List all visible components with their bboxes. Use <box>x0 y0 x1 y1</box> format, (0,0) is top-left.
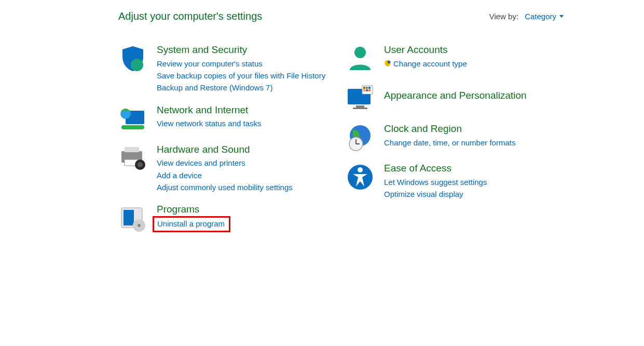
svg-rect-21 <box>363 89 365 91</box>
svg-rect-5 <box>125 147 139 152</box>
svg-rect-16 <box>353 108 367 109</box>
category-title-user-accounts[interactable]: User Accounts <box>384 44 467 56</box>
categories-columns: System and Security Review your computer… <box>0 44 644 243</box>
right-column: User Accounts Change account type <box>346 44 564 243</box>
link-change-account-type-text: Change account type <box>393 58 467 70</box>
link-network-status[interactable]: View network status and tasks <box>157 117 262 129</box>
control-panel-page: Adjust your computer's settings View by:… <box>0 0 644 346</box>
programs-icon[interactable] <box>118 204 147 233</box>
category-title-system-security[interactable]: System and Security <box>157 44 325 56</box>
link-devices-printers[interactable]: View devices and printers <box>157 157 293 169</box>
svg-rect-23 <box>368 89 371 91</box>
svg-point-29 <box>358 167 363 172</box>
category-programs: Programs Uninstall a program <box>118 204 331 233</box>
caret-down-icon <box>559 15 564 18</box>
highlight-uninstall: Uninstall a program <box>153 216 230 233</box>
svg-rect-10 <box>124 210 134 225</box>
view-by-label: View by: <box>489 12 518 21</box>
header-row: Adjust your computer's settings View by:… <box>0 10 644 22</box>
svg-rect-15 <box>356 105 364 108</box>
category-title-clock[interactable]: Clock and Region <box>384 123 515 135</box>
category-network: Network and Internet View network status… <box>118 104 331 134</box>
page-title: Adjust your computer's settings <box>118 10 489 22</box>
link-backup-restore[interactable]: Backup and Restore (Windows 7) <box>157 82 325 94</box>
link-change-date-time[interactable]: Change date, time, or number formats <box>384 137 515 149</box>
link-change-account-type[interactable]: Change account type <box>384 58 467 70</box>
link-file-history[interactable]: Save backup copies of your files with Fi… <box>157 70 325 82</box>
category-appearance: Appearance and Personalization <box>346 84 564 113</box>
network-icon[interactable] <box>118 104 147 134</box>
category-system-security: System and Security Review your computer… <box>118 44 331 94</box>
category-title-programs[interactable]: Programs <box>157 204 230 216</box>
svg-point-13 <box>354 47 366 58</box>
link-uninstall-program[interactable]: Uninstall a program <box>157 219 225 229</box>
svg-rect-19 <box>366 87 368 89</box>
user-icon[interactable] <box>346 44 375 73</box>
svg-rect-20 <box>368 87 371 89</box>
link-windows-suggest[interactable]: Let Windows suggest settings <box>384 176 487 188</box>
category-user-accounts: User Accounts Change account type <box>346 44 564 73</box>
category-title-appearance[interactable]: Appearance and Personalization <box>384 90 527 102</box>
clock-globe-icon[interactable] <box>346 123 375 152</box>
left-column: System and Security Review your computer… <box>118 44 331 243</box>
svg-rect-3 <box>121 125 144 129</box>
category-clock: Clock and Region Change date, time, or n… <box>346 123 564 152</box>
accessibility-icon[interactable] <box>346 163 375 192</box>
monitor-icon[interactable] <box>346 84 375 113</box>
svg-rect-18 <box>363 87 365 89</box>
link-review-status[interactable]: Review your computer's status <box>157 58 325 70</box>
view-by-dropdown[interactable]: Category <box>525 12 564 21</box>
link-mobility-settings[interactable]: Adjust commonly used mobility settings <box>157 181 293 193</box>
svg-point-8 <box>138 162 143 167</box>
svg-point-12 <box>138 224 141 227</box>
svg-point-0 <box>131 59 143 71</box>
printer-icon[interactable] <box>118 144 147 173</box>
category-hardware: Hardware and Sound View devices and prin… <box>118 144 331 194</box>
category-title-network[interactable]: Network and Internet <box>157 104 262 116</box>
view-by-value: Category <box>525 12 556 21</box>
category-ease-of-access: Ease of Access Let Windows suggest setti… <box>346 163 564 200</box>
link-optimize-display[interactable]: Optimize visual display <box>384 188 487 200</box>
category-title-hardware[interactable]: Hardware and Sound <box>157 144 293 156</box>
uac-shield-icon <box>384 60 391 67</box>
svg-rect-22 <box>366 89 368 91</box>
category-title-ease[interactable]: Ease of Access <box>384 163 487 175</box>
link-add-device[interactable]: Add a device <box>157 169 293 181</box>
shield-icon[interactable] <box>118 44 147 73</box>
